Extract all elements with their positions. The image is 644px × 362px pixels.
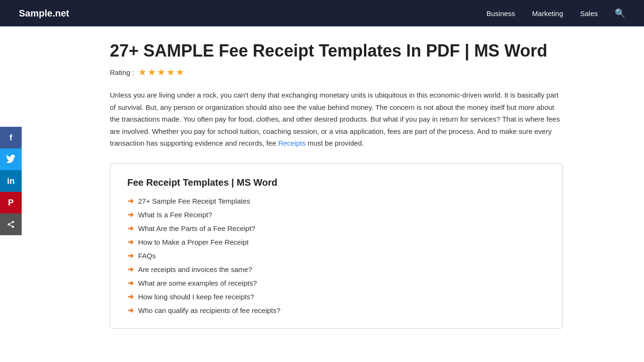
pinterest-share-button[interactable]: P: [0, 192, 22, 214]
main-content: 27+ SAMPLE Fee Receipt Templates In PDF …: [63, 26, 581, 347]
star-2: ★: [148, 66, 156, 78]
toc-item[interactable]: ➜ 27+ Sample Fee Receipt Templates: [127, 197, 545, 206]
arrow-icon: ➜: [127, 251, 133, 260]
toc-link-how-to-make[interactable]: How to Make a Proper Fee Receipt: [138, 238, 248, 246]
svg-point-2: [12, 226, 14, 228]
svg-point-1: [8, 223, 10, 226]
toc-list: ➜ 27+ Sample Fee Receipt Templates ➜ Wha…: [127, 197, 545, 315]
nav-business[interactable]: Business: [487, 9, 515, 17]
nav-sales[interactable]: Sales: [580, 9, 598, 17]
main-nav: Business Marketing Sales 🔍: [487, 8, 625, 18]
page-title: 27+ SAMPLE Fee Receipt Templates In PDF …: [110, 41, 562, 61]
arrow-icon: ➜: [127, 306, 133, 315]
twitter-share-button[interactable]: [0, 148, 22, 170]
arrow-icon: ➜: [127, 265, 133, 274]
star-4: ★: [166, 66, 175, 78]
svg-line-4: [9, 222, 12, 224]
social-sidebar: f in P: [0, 127, 22, 235]
arrow-icon: ➜: [127, 224, 133, 233]
arrow-icon: ➜: [127, 238, 133, 247]
arrow-icon: ➜: [127, 279, 133, 288]
toc-title: Fee Receipt Templates | MS Word: [127, 177, 545, 188]
toc-link-invoices-same[interactable]: Are receipts and invoices the same?: [138, 265, 252, 273]
toc-item[interactable]: ➜ Are receipts and invoices the same?: [127, 265, 545, 274]
toc-link-templates[interactable]: 27+ Sample Fee Receipt Templates: [138, 197, 250, 205]
arrow-icon: ➜: [127, 197, 133, 206]
article-intro: Unless you are living under a rock, you …: [110, 89, 562, 149]
linkedin-share-button[interactable]: in: [0, 170, 22, 192]
general-share-button[interactable]: [0, 214, 22, 235]
toc-item[interactable]: ➜ Who can qualify as recipients of fee r…: [127, 306, 545, 315]
site-logo[interactable]: Sample.net: [19, 8, 69, 19]
toc-item[interactable]: ➜ How long should I keep fee receipts?: [127, 292, 545, 301]
toc-link-parts[interactable]: What Are the Parts of a Fee Receipt?: [138, 224, 255, 232]
toc-link-faqs[interactable]: FAQs: [138, 252, 156, 260]
toc-link-examples[interactable]: What are some examples of receipts?: [138, 279, 257, 287]
rating-row: Rating : ★ ★ ★ ★ ★: [110, 66, 562, 78]
star-5: ★: [176, 66, 184, 78]
receipts-link[interactable]: Receipts: [278, 139, 305, 147]
svg-line-3: [9, 225, 12, 226]
intro-text-after-link: must be provided.: [305, 139, 363, 147]
arrow-icon: ➜: [127, 292, 133, 301]
toc-item[interactable]: ➜ What are some examples of receipts?: [127, 279, 545, 288]
site-header: Sample.net Business Marketing Sales 🔍: [0, 0, 644, 26]
toc-link-what-is[interactable]: What Is a Fee Receipt?: [138, 211, 212, 219]
toc-item[interactable]: ➜ FAQs: [127, 251, 545, 260]
svg-point-0: [12, 221, 14, 223]
nav-marketing[interactable]: Marketing: [532, 9, 563, 17]
toc-box: Fee Receipt Templates | MS Word ➜ 27+ Sa…: [110, 164, 562, 329]
toc-link-who-qualifies[interactable]: Who can qualify as recipients of fee rec…: [138, 306, 281, 314]
arrow-icon: ➜: [127, 210, 133, 219]
facebook-share-button[interactable]: f: [0, 127, 22, 148]
search-icon[interactable]: 🔍: [615, 8, 625, 18]
toc-item[interactable]: ➜ How to Make a Proper Fee Receipt: [127, 238, 545, 247]
toc-item[interactable]: ➜ What Is a Fee Receipt?: [127, 210, 545, 219]
rating-label: Rating :: [110, 68, 134, 76]
star-1: ★: [138, 66, 147, 78]
toc-item[interactable]: ➜ What Are the Parts of a Fee Receipt?: [127, 224, 545, 233]
star-rating: ★ ★ ★ ★ ★: [138, 66, 184, 78]
star-3: ★: [157, 66, 165, 78]
toc-link-how-long[interactable]: How long should I keep fee receipts?: [138, 293, 254, 301]
